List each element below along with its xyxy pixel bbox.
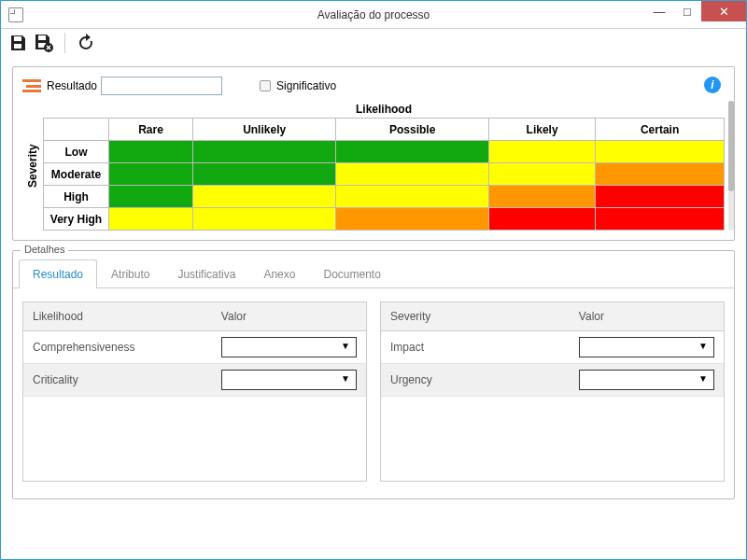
significativo-checkbox-wrap[interactable]: Significativo [260,79,336,92]
window-title: Avaliação do processo [317,8,430,21]
matrix-cell[interactable] [193,186,336,208]
tab-body: Likelihood Valor Comprehensiveness Criti… [13,288,734,498]
col-header: Certain [596,119,725,141]
severity-header-value: Valor [570,302,724,330]
matrix-cell[interactable] [596,141,725,163]
scrollbar[interactable] [728,101,734,231]
severity-panel: Severity Valor Impact Urgency [380,301,725,482]
refresh-icon [77,34,95,52]
risk-matrix-wrap: Severity Likelihood Rare Unlikely Possib… [22,101,725,231]
content-area: Resultado Significativo i Severity Likel… [1,57,746,499]
impact-select[interactable] [579,337,714,357]
severity-header: Severity Valor [381,302,724,331]
col-header: Unlikely [193,119,336,141]
risk-matrix: Rare Unlikely Possible Likely Certain Lo… [43,118,725,231]
save-close-icon [34,33,54,53]
tab-justificativa[interactable]: Justificativa [163,259,249,288]
criterion-name: Comprehensiveness [23,333,212,361]
info-icon[interactable]: i [704,77,721,93]
row-header: Very High [44,208,109,231]
matrix-cell[interactable] [193,208,336,231]
app-icon [8,7,23,22]
save-button[interactable] [7,32,29,54]
matrix-panel: Resultado Significativo i Severity Likel… [12,66,735,241]
col-header: Possible [336,119,489,141]
save-close-button[interactable] [33,32,55,54]
matrix-cell[interactable] [336,208,489,231]
svg-rect-1 [14,44,21,49]
criterion-name: Criticality [23,366,212,394]
likelihood-header: Likelihood Valor [23,302,366,331]
criticality-select[interactable] [221,370,357,390]
severity-header-name: Severity [381,302,570,330]
matrix-cell[interactable] [489,163,596,186]
matrix-cell[interactable] [336,186,489,208]
toolbar-separator [64,33,65,53]
matrix-cell[interactable] [109,163,193,186]
likelihood-axis-label: Likelihood [43,101,725,118]
tab-atributo[interactable]: Atributo [97,259,163,288]
details-legend: Detalhes [21,244,68,255]
severity-axis-label: Severity [22,101,43,231]
empty-space [381,397,724,481]
titlebar: Avaliação do processo — □ ✕ [1,1,746,29]
svg-rect-0 [14,36,21,41]
likelihood-header-name: Likelihood [23,302,212,330]
matrix-cell[interactable] [193,141,336,163]
matrix-cell[interactable] [489,141,596,163]
matrix-cell[interactable] [596,186,725,208]
maximize-button[interactable]: □ [673,1,701,21]
matrix-cell[interactable] [336,163,489,186]
col-header: Rare [109,119,193,141]
likelihood-row: Comprehensiveness [23,331,366,364]
save-icon [8,34,27,52]
minimize-button[interactable]: — [645,1,673,21]
significativo-label: Significativo [276,79,336,92]
scrollbar-thumb[interactable] [728,101,734,191]
matrix-cell[interactable] [109,208,193,231]
tab-anexo[interactable]: Anexo [249,259,309,288]
matrix-cell[interactable] [596,208,725,231]
col-header: Likely [489,119,596,141]
result-icon [22,79,41,92]
tab-resultado[interactable]: Resultado [19,259,97,288]
result-input[interactable] [101,77,222,95]
matrix-cell[interactable] [489,208,596,231]
row-header: High [44,186,109,208]
comprehensiveness-select[interactable] [221,337,357,357]
toolbar [1,29,746,57]
window-controls: — □ ✕ [645,1,746,21]
criterion-name: Urgency [381,366,570,394]
empty-space [23,397,366,481]
result-label: Resultado [47,79,97,92]
likelihood-panel: Likelihood Valor Comprehensiveness Criti… [22,301,367,482]
matrix-cell[interactable] [193,163,336,186]
close-button[interactable]: ✕ [701,1,746,21]
details-tabs: Resultado Atributo Justificativa Anexo D… [13,253,734,288]
matrix-corner [44,119,109,141]
matrix-cell[interactable] [336,141,489,163]
matrix-cell[interactable] [109,141,193,163]
matrix-cell[interactable] [109,186,193,208]
severity-row: Urgency [381,364,724,397]
urgency-select[interactable] [579,370,714,390]
row-header: Low [44,141,109,163]
panel-controls-row: Resultado Significativo i [22,77,725,95]
matrix-cell[interactable] [489,186,596,208]
criterion-name: Impact [381,333,570,361]
checkbox-icon [260,80,271,91]
severity-row: Impact [381,331,724,364]
details-panel: Detalhes Resultado Atributo Justificativ… [12,250,735,499]
likelihood-header-value: Valor [212,302,366,330]
tab-documento[interactable]: Documento [309,259,394,288]
likelihood-row: Criticality [23,364,366,397]
row-header: Moderate [44,163,109,186]
matrix-cell[interactable] [596,163,725,186]
svg-rect-2 [38,35,46,40]
refresh-button[interactable] [75,32,97,54]
